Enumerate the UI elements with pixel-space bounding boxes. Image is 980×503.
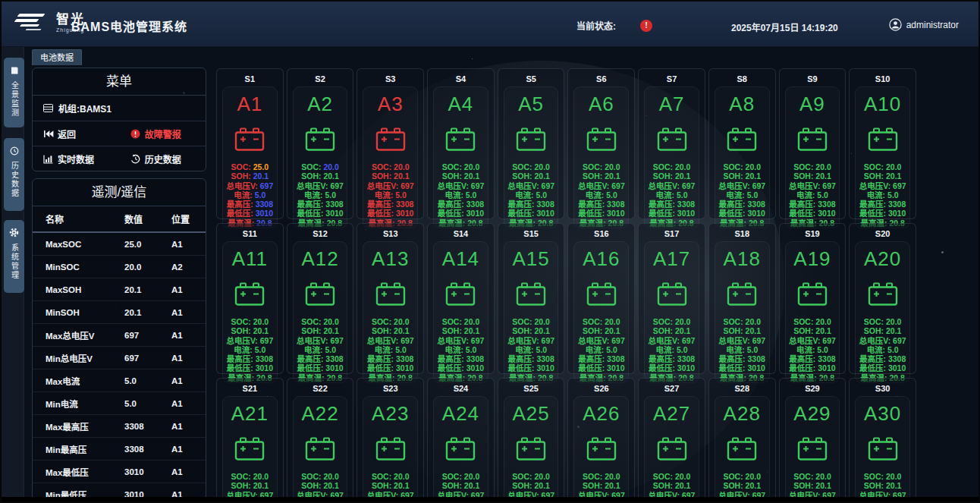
- card-metric-soc: SOC: 20.0: [297, 162, 344, 171]
- battery-card[interactable]: S8 A8 SOC: 20.0SOH: 20.1总电压V: 697电流: 5.0…: [708, 68, 776, 219]
- card-inner-panel: A14 SOC: 20.0SOH: 20.1总电压V: 697电流: 5.0最高…: [433, 241, 488, 383]
- card-metric-min-cell-voltage: 最低压: 3010: [859, 209, 906, 218]
- battery-icon: [868, 127, 898, 154]
- battery-card[interactable]: S12 A12 SOC: 20.0SOH: 20.1总电压V: 697电流: 5…: [287, 223, 354, 374]
- card-metrics: SOC: 20.0SOH: 20.1总电压V: 697电流: 5.0最高压: 3…: [507, 317, 554, 382]
- sidebar-tab-panorama[interactable]: 全景监测: [4, 58, 24, 127]
- unit-icon: [42, 102, 54, 114]
- battery-card[interactable]: S28 A28 SOC: 20.0SOH: 20.1总电压V: 697电流: 5…: [708, 378, 776, 503]
- metric-name: MinSOC: [46, 263, 124, 272]
- table-row: MinSOC20.0A2: [33, 256, 206, 278]
- string-label: S21: [217, 384, 283, 393]
- battery-card[interactable]: S25 A25 SOC: 20.0SOH: 20.1总电压V: 697电流: 5…: [498, 378, 565, 503]
- metric-name: Max电流: [46, 375, 124, 387]
- battery-card[interactable]: S4 A4 SOC: 20.0SOH: 20.1总电压V: 697电流: 5.0…: [427, 68, 495, 219]
- metric-name: Max最高压: [46, 420, 124, 432]
- card-metrics: SOC: 25.0SOH: 20.1总电压V: 697电流: 5.0最高压: 3…: [226, 162, 273, 228]
- battery-icon: [797, 437, 828, 464]
- card-metric-max-cell-voltage: 最高压: 3308: [718, 200, 765, 209]
- battery-card-grid: S1 A1 SOC: 25.0SOH: 20.1总电压V: 697电流: 5.0…: [216, 68, 916, 503]
- battery-card[interactable]: S20 A20 SOC: 20.0SOH: 20.1总电压V: 697电流: 5…: [849, 223, 916, 374]
- card-inner-panel: A26 SOC: 20.0SOH: 20.1总电压V: 697电流: 5.0最高…: [573, 396, 629, 503]
- card-metric-total-voltage: 总电压V: 697: [507, 181, 554, 190]
- card-metric-soh: SOH: 20.1: [718, 326, 765, 335]
- battery-icon: [657, 437, 687, 464]
- tab-battery-data[interactable]: 电池数据: [32, 49, 82, 65]
- battery-icon: [657, 127, 687, 154]
- card-metrics: SOC: 20.0SOH: 20.1总电压V: 697电流: 5.0最高压: 3…: [649, 317, 696, 382]
- card-metric-soh: SOH: 20.1: [367, 326, 414, 335]
- menu-panel: 菜单 机组:BAMS1 返回 故障警报: [32, 68, 206, 171]
- fault-alarm-button[interactable]: 故障警报: [130, 127, 181, 140]
- string-label: S25: [498, 384, 564, 393]
- card-metrics: SOC: 20.0SOH: 20.1总电压V: 697电流: 5.0最高压: 3…: [649, 162, 696, 228]
- user-icon: [889, 18, 902, 31]
- battery-card[interactable]: S30 A30 SOC: 20.0SOH: 20.1总电压V: 697电流: 5…: [849, 378, 916, 503]
- battery-card[interactable]: S10 A10 SOC: 20.0SOH: 20.1总电压V: 697电流: 5…: [849, 68, 916, 219]
- string-label: S1: [217, 74, 283, 83]
- battery-card[interactable]: S24 A24 SOC: 20.0SOH: 20.1总电压V: 697电流: 5…: [427, 378, 495, 503]
- metric-name: Max总电压V: [46, 329, 124, 341]
- battery-card[interactable]: S1 A1 SOC: 25.0SOH: 20.1总电压V: 697电流: 5.0…: [216, 68, 284, 219]
- status-label: 当前状态:: [576, 19, 616, 32]
- sidebar-tab-system[interactable]: 系统管理: [4, 220, 24, 293]
- battery-card[interactable]: S11 A11 SOC: 20.0SOH: 20.1总电压V: 697电流: 5…: [216, 223, 284, 374]
- card-metric-soh: SOH: 20.1: [438, 171, 485, 181]
- card-metric-soc: SOC: 20.0: [507, 162, 554, 171]
- battery-card[interactable]: S6 A6 SOC: 20.0SOH: 20.1总电压V: 697电流: 5.0…: [567, 68, 635, 219]
- card-metric-total-voltage: 总电压V: 697: [718, 336, 765, 345]
- battery-card[interactable]: S7 A7 SOC: 20.0SOH: 20.1总电压V: 697电流: 5.0…: [638, 68, 705, 219]
- column-value: 数值: [124, 212, 171, 225]
- battery-card[interactable]: S5 A5 SOC: 20.0SOH: 20.1总电压V: 697电流: 5.0…: [498, 68, 565, 219]
- battery-card[interactable]: S9 A9 SOC: 20.0SOH: 20.1总电压V: 697电流: 5.0…: [779, 68, 847, 219]
- battery-card[interactable]: S15 A15 SOC: 20.0SOH: 20.1总电压V: 697电流: 5…: [498, 223, 565, 374]
- telemetry-table-header: 名称 数值 位置: [33, 206, 206, 233]
- battery-id-label: A3: [378, 93, 404, 116]
- sidebar-tab-history[interactable]: 历史数据: [4, 138, 24, 211]
- battery-card[interactable]: S17 A17 SOC: 20.0SOH: 20.1总电压V: 697电流: 5…: [638, 223, 705, 374]
- card-metric-soh: SOH: 20.1: [367, 171, 414, 181]
- card-metric-soc: SOC: 20.0: [367, 317, 414, 326]
- alert-circle-icon[interactable]: !: [640, 20, 652, 32]
- battery-card[interactable]: S26 A26 SOC: 20.0SOH: 20.1总电压V: 697电流: 5…: [567, 378, 635, 503]
- card-inner-panel: A22 SOC: 20.0SOH: 20.1总电压V: 697电流: 5.0最高…: [293, 396, 348, 503]
- user-menu[interactable]: administrator: [889, 18, 959, 31]
- battery-card[interactable]: S2 A2 SOC: 20.0SOH: 20.1总电压V: 697电流: 5.0…: [287, 68, 354, 219]
- card-metric-total-voltage: 总电压V: 697: [789, 181, 836, 190]
- card-metric-soc: SOC: 20.0: [718, 162, 765, 171]
- battery-card[interactable]: S14 A14 SOC: 20.0SOH: 20.1总电压V: 697电流: 5…: [427, 223, 495, 374]
- card-metric-soc: SOC: 20.0: [859, 472, 906, 481]
- card-metric-soh: SOH: 20.1: [859, 326, 906, 335]
- string-label: S29: [780, 384, 846, 393]
- battery-id-label: A12: [301, 247, 338, 271]
- history-data-button[interactable]: 历史数据: [130, 152, 181, 165]
- card-metric-current: 电流: 5.0: [438, 345, 485, 354]
- battery-card[interactable]: S18 A18 SOC: 20.0SOH: 20.1总电压V: 697电流: 5…: [708, 223, 776, 374]
- battery-card[interactable]: S21 A21 SOC: 20.0SOH: 20.1总电压V: 697电流: 5…: [216, 378, 284, 503]
- battery-icon: [727, 437, 757, 464]
- metric-location: A1: [171, 445, 206, 454]
- metric-value: 697: [124, 354, 171, 363]
- string-label: S18: [709, 229, 775, 238]
- card-inner-panel: A12 SOC: 20.0SOH: 20.1总电压V: 697电流: 5.0最高…: [293, 241, 348, 383]
- battery-card[interactable]: S13 A13 SOC: 20.0SOH: 20.1总电压V: 697电流: 5…: [357, 223, 424, 374]
- battery-icon: [375, 437, 406, 464]
- battery-card[interactable]: S23 A23 SOC: 20.0SOH: 20.1总电压V: 697电流: 5…: [357, 378, 424, 503]
- battery-card[interactable]: S29 A29 SOC: 20.0SOH: 20.1总电压V: 697电流: 5…: [779, 378, 847, 503]
- card-metric-current: 电流: 5.0: [297, 190, 344, 200]
- string-label: S19: [780, 229, 846, 238]
- page-title: BAMS电池管理系统: [71, 17, 187, 35]
- battery-card[interactable]: S3 A3 SOC: 20.0SOH: 20.1总电压V: 697电流: 5.0…: [357, 68, 424, 219]
- card-metric-current: 电流: 5.0: [226, 345, 273, 354]
- battery-card[interactable]: S19 A19 SOC: 20.0SOH: 20.1总电压V: 697电流: 5…: [779, 223, 847, 374]
- battery-id-label: A22: [301, 402, 338, 426]
- battery-card[interactable]: S16 A16 SOC: 20.0SOH: 20.1总电压V: 697电流: 5…: [567, 223, 635, 374]
- card-metric-current: 电流: 5.0: [507, 190, 554, 200]
- battery-icon: [234, 127, 265, 154]
- realtime-data-button[interactable]: 实时数据: [33, 152, 130, 165]
- battery-card[interactable]: S27 A27 SOC: 20.0SOH: 20.1总电压V: 697电流: 5…: [638, 378, 705, 503]
- card-metric-soc: SOC: 20.0: [578, 162, 625, 171]
- card-metric-soh: SOH: 20.1: [718, 481, 765, 490]
- battery-card[interactable]: S22 A22 SOC: 20.0SOH: 20.1总电压V: 697电流: 5…: [287, 378, 354, 503]
- back-button[interactable]: 返回: [33, 127, 130, 140]
